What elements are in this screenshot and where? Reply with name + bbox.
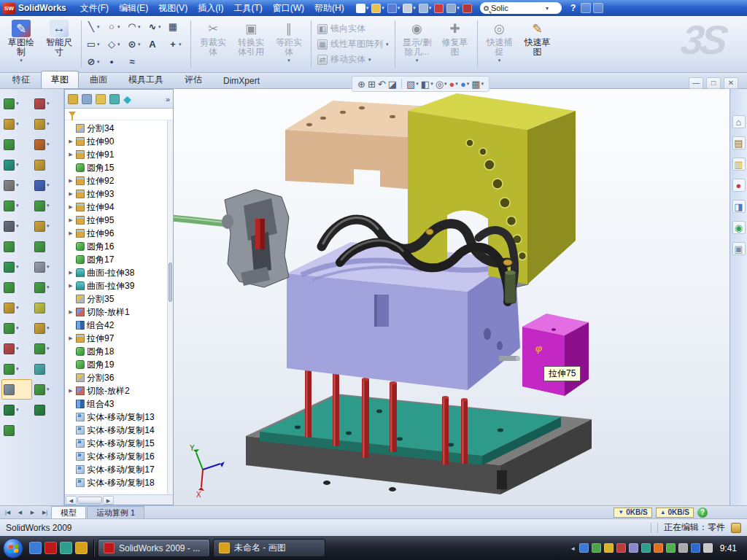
rapid-sketch-button[interactable]: ✎快速草图 (519, 18, 556, 70)
tray-icon-11[interactable] (703, 543, 713, 553)
feature-tree-item[interactable]: 实体-移动/复制17 (65, 463, 173, 476)
quick-launch-icon-2[interactable] (44, 542, 57, 554)
feature-tree-item[interactable]: ▶曲面-拉伸38 (65, 266, 173, 279)
dropdown-arrow-icon[interactable]: ▾ (16, 162, 19, 168)
tab-特征[interactable]: 特征 (2, 71, 40, 88)
left-a-tool-icon-10[interactable] (1, 277, 32, 298)
feature-tree-item[interactable]: 分割35 (65, 292, 173, 306)
left-a-tool-icon-16[interactable]: ▾ (1, 400, 32, 420)
menu-item-5[interactable]: 工具(T) (228, 0, 267, 17)
feature-tree-item[interactable]: ▶拉伸95 (65, 214, 173, 227)
left-a-tool-icon-5[interactable]: ▾ (1, 175, 32, 195)
minimize-document-button[interactable]: — (689, 77, 703, 89)
edit-appearance-icon[interactable]: ●▾ (449, 79, 458, 90)
sketch-pattern-tool-icon[interactable]: ▦ (167, 18, 187, 36)
tray-icon-9[interactable] (678, 543, 688, 553)
dimxpertmanager-tab-icon[interactable]: ◆ (123, 94, 131, 104)
tab-模具工具[interactable]: 模具工具 (118, 71, 174, 88)
dropdown-arrow-icon[interactable]: ▾ (47, 101, 50, 106)
dropdown-arrow-icon[interactable]: ▾ (457, 5, 460, 11)
feature-tree-item[interactable]: 分割34 (65, 122, 173, 135)
prev-tab-button[interactable]: ◀ (14, 508, 26, 518)
dropdown-arrow-icon[interactable]: ▾ (429, 5, 432, 11)
left-b-tool-icon-13[interactable]: ▾ (32, 338, 63, 359)
custom-properties-icon[interactable]: ▣ (732, 242, 746, 255)
taskbar-button-2[interactable]: 未命名 - 画图 (213, 539, 325, 557)
dropdown-arrow-icon[interactable]: ▾ (47, 284, 50, 290)
left-a-tool-icon-15[interactable] (1, 379, 32, 400)
dropdown-arrow-icon[interactable]: ▾ (97, 24, 100, 30)
part-main-block[interactable] (287, 242, 520, 390)
tray-icon-7[interactable] (654, 543, 663, 553)
left-a-tool-icon-1[interactable]: ▾ (1, 93, 32, 114)
expand-arrow-icon[interactable]: ▶ (68, 217, 74, 223)
dropdown-arrow-icon[interactable]: ▾ (20, 58, 23, 63)
dropdown-arrow-icon[interactable]: ▾ (47, 386, 50, 392)
tree-horizontal-scrollbar[interactable]: ◀ ▶ (65, 494, 173, 505)
centerline-tool-icon[interactable]: • (106, 53, 125, 71)
dropdown-arrow-icon[interactable]: ▾ (368, 57, 371, 63)
dropdown-arrow-icon[interactable]: ▾ (386, 42, 389, 47)
expand-arrow-icon[interactable]: ▶ (68, 283, 74, 289)
dropdown-arrow-icon[interactable]: ▾ (16, 346, 19, 351)
trim-entities-button[interactable]: ✂剪裁实体 (195, 18, 231, 70)
left-a-tool-icon-14[interactable]: ▾ (1, 359, 32, 379)
rebuild-icon[interactable] (433, 3, 444, 14)
left-a-tool-icon-12[interactable]: ▾ (1, 318, 32, 338)
tray-icon-10[interactable] (691, 543, 700, 553)
dropdown-arrow-icon[interactable]: ▾ (179, 42, 182, 47)
dropdown-arrow-icon[interactable]: ▾ (117, 42, 120, 47)
dropdown-arrow-icon[interactable]: ▾ (47, 182, 50, 188)
part-magenta-block[interactable]: φ (522, 314, 589, 396)
options-icon[interactable]: ▾ (446, 3, 460, 14)
menu-item-6[interactable]: 窗口(W) (268, 0, 309, 17)
dropdown-arrow-icon[interactable]: ▾ (16, 101, 19, 106)
dropdown-arrow-icon[interactable]: ▾ (481, 81, 484, 87)
dropdown-arrow-icon[interactable]: ▾ (382, 5, 384, 11)
feature-tree-item[interactable]: 圆角18 (65, 345, 173, 358)
menu-item-7[interactable]: 帮助(H) (309, 0, 349, 17)
help-ball-icon[interactable]: ? (697, 508, 708, 518)
view-settings-icon[interactable]: ▦▾ (471, 79, 484, 90)
appearances-scenes-icon[interactable]: ◉ (732, 221, 746, 234)
dropdown-arrow-icon[interactable]: ▾ (16, 407, 19, 413)
circle-tool-icon[interactable]: ○▾ (106, 18, 125, 36)
tab-草图[interactable]: 草图 (41, 71, 79, 88)
tray-icon-5[interactable] (629, 543, 638, 553)
left-b-tool-icon-16[interactable] (32, 400, 63, 420)
expand-arrow-icon[interactable]: ▶ (68, 139, 74, 144)
move-entities-button[interactable]: ⇄移动实体▾ (317, 53, 389, 66)
arc-tool-icon[interactable]: ◠▾ (126, 18, 146, 36)
feature-tree-item[interactable]: ▶拉伸97 (65, 332, 173, 345)
offset-entities-button[interactable]: ∥等距实体▾ (271, 18, 307, 70)
feature-tree-item[interactable]: ▶拉伸91 (65, 148, 173, 161)
view-palette-icon[interactable]: ◨ (732, 200, 746, 213)
feature-tree-item[interactable]: ▶拉伸93 (65, 187, 173, 201)
configurationmanager-tab-icon[interactable] (96, 94, 106, 104)
doc-tab-模型[interactable]: 模型 (51, 506, 86, 518)
feature-tree-item[interactable]: 圆角17 (65, 253, 173, 266)
dropdown-arrow-icon[interactable]: ▾ (287, 58, 290, 63)
search-input[interactable] (491, 4, 543, 12)
dropdown-arrow-icon[interactable]: ▾ (498, 58, 501, 63)
displaymanager-tab-icon[interactable] (109, 94, 120, 104)
previous-view-icon[interactable]: ↶ (378, 79, 386, 90)
left-b-tool-icon-9[interactable]: ▾ (32, 257, 63, 277)
dropdown-arrow-icon[interactable]: ▾ (47, 346, 50, 351)
feature-tree-item[interactable]: 实体-移动/复制16 (65, 450, 173, 463)
expand-arrow-icon[interactable]: ▶ (68, 178, 74, 184)
dropdown-arrow-icon[interactable]: ▾ (16, 366, 19, 372)
left-a-tool-icon-4[interactable]: ▾ (1, 155, 32, 175)
construction-geometry-tool-icon[interactable]: ≈ (126, 53, 146, 71)
tray-icon-1[interactable] (579, 543, 589, 553)
dropdown-arrow-icon[interactable]: ▾ (16, 223, 19, 229)
dropdown-arrow-icon[interactable]: ▾ (398, 5, 400, 11)
tray-icon-4[interactable] (616, 543, 626, 553)
feature-tree-item[interactable]: 组合43 (65, 397, 173, 411)
first-tab-button[interactable]: |◀ (1, 508, 14, 518)
dropdown-arrow-icon[interactable]: ▾ (16, 305, 19, 311)
point-tool-icon[interactable]: +▾ (167, 36, 187, 53)
expand-arrow-icon[interactable]: ▶ (68, 152, 74, 158)
file-explorer-icon[interactable]: ▥ (732, 158, 746, 171)
3d-model-canvas[interactable]: φ Y X (174, 89, 729, 505)
